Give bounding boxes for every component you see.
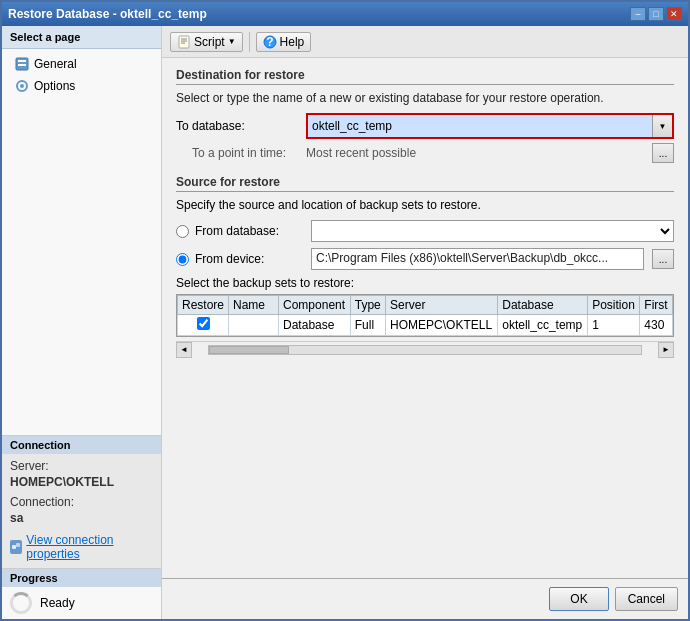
script-button[interactable]: Script ▼	[170, 32, 243, 52]
device-ellipsis-button[interactable]: ...	[652, 249, 674, 269]
server-value: HOMEPC\OKTELL	[10, 475, 153, 489]
destination-section: Destination for restore Select or type t…	[176, 68, 674, 163]
sidebar-item-general[interactable]: General	[2, 53, 161, 75]
restore-checkbox[interactable]	[197, 317, 210, 330]
progress-header: Progress	[2, 569, 161, 587]
scroll-thumb[interactable]	[209, 346, 289, 354]
point-in-time-label: To a point in time:	[176, 146, 306, 160]
cancel-button[interactable]: Cancel	[615, 587, 678, 611]
from-database-row: From database:	[176, 220, 674, 242]
connection-header: Connection	[2, 436, 161, 454]
to-database-row: To database: ▼	[176, 113, 674, 139]
point-in-time-row: To a point in time: Most recent possible…	[176, 143, 674, 163]
options-icon	[14, 78, 30, 94]
col-type: Type	[350, 296, 385, 315]
sidebar-item-options[interactable]: Options	[2, 75, 161, 97]
options-label: Options	[34, 79, 75, 93]
nav-items: General Options	[2, 49, 161, 101]
source-instruction: Specify the source and location of backu…	[176, 198, 674, 212]
connection-label: Connection:	[10, 495, 153, 509]
bottom-bar: OK Cancel	[162, 578, 688, 619]
row-name	[229, 315, 279, 336]
point-in-time-ellipsis-button[interactable]: ...	[652, 143, 674, 163]
scroll-right-button[interactable]: ►	[658, 342, 674, 358]
from-device-value: C:\Program Files (x86)\oktell\Server\Bac…	[311, 248, 644, 270]
left-panel: Select a page General	[2, 26, 162, 619]
main-window: Restore Database - oktell_cc_temp – □ ✕ …	[0, 0, 690, 621]
database-input[interactable]	[308, 115, 652, 137]
svg-rect-1	[18, 60, 26, 62]
source-title: Source for restore	[176, 175, 674, 192]
maximize-button[interactable]: □	[648, 7, 664, 21]
spinner-icon	[10, 592, 32, 614]
svg-text:?: ?	[266, 35, 273, 49]
row-first: 430	[640, 315, 673, 336]
row-database: oktell_cc_temp	[498, 315, 588, 336]
window-title: Restore Database - oktell_cc_temp	[8, 7, 207, 21]
general-icon	[14, 56, 30, 72]
backup-sets-table: Restore Name Component Type Server Datab…	[177, 295, 673, 336]
ok-button[interactable]: OK	[549, 587, 608, 611]
toolbar: Script ▼ ? Help	[162, 26, 688, 58]
help-icon: ?	[263, 35, 277, 49]
script-label: Script	[194, 35, 225, 49]
from-device-label: From device:	[195, 252, 305, 266]
progress-status: Ready	[40, 596, 75, 610]
connection-info: Server: HOMEPC\OKTELL Connection: sa Vie…	[2, 454, 161, 568]
from-database-radio[interactable]	[176, 225, 189, 238]
content-area: Destination for restore Select or type t…	[162, 58, 688, 578]
window-body: Select a page General	[2, 26, 688, 619]
col-name: Name	[229, 296, 279, 315]
table-header-row: Restore Name Component Type Server Datab…	[178, 296, 673, 315]
col-first: First	[640, 296, 673, 315]
backup-sets-label: Select the backup sets to restore:	[176, 276, 674, 290]
title-bar: Restore Database - oktell_cc_temp – □ ✕	[2, 2, 688, 26]
title-bar-buttons: – □ ✕	[630, 7, 682, 21]
server-label: Server:	[10, 459, 153, 473]
connection-section: Connection Server: HOMEPC\OKTELL Connect…	[2, 435, 161, 568]
minimize-button[interactable]: –	[630, 7, 646, 21]
row-server: HOMEPC\OKTELL	[386, 315, 498, 336]
destination-title: Destination for restore	[176, 68, 674, 85]
progress-section: Progress Ready	[2, 568, 161, 619]
svg-point-4	[20, 84, 24, 88]
database-dropdown-button[interactable]: ▼	[652, 115, 672, 137]
point-in-time-value: Most recent possible	[306, 146, 652, 160]
svg-rect-5	[12, 545, 16, 549]
col-server: Server	[386, 296, 498, 315]
script-dropdown-arrow: ▼	[228, 37, 236, 46]
connection-value: sa	[10, 511, 153, 525]
database-input-box: ▼	[306, 113, 674, 139]
from-database-dropdown[interactable]	[311, 220, 674, 242]
col-component: Component	[279, 296, 351, 315]
col-position: Position	[588, 296, 640, 315]
select-page-header: Select a page	[2, 26, 161, 49]
scroll-track	[208, 345, 642, 355]
from-database-label: From database:	[195, 224, 305, 238]
svg-rect-7	[179, 36, 189, 48]
col-database: Database	[498, 296, 588, 315]
script-icon	[177, 35, 191, 49]
scroll-left-button[interactable]: ◄	[176, 342, 192, 358]
horizontal-scrollbar[interactable]: ◄ ►	[176, 341, 674, 357]
help-button[interactable]: ? Help	[256, 32, 312, 52]
progress-content: Ready	[2, 587, 161, 619]
to-database-control: ▼	[306, 113, 674, 139]
row-type: Full	[350, 315, 385, 336]
destination-instruction: Select or type the name of a new or exis…	[176, 91, 674, 105]
right-panel: Script ▼ ? Help Destination for restore	[162, 26, 688, 619]
close-button[interactable]: ✕	[666, 7, 682, 21]
row-position: 1	[588, 315, 640, 336]
dropdown-arrow-icon: ▼	[659, 122, 667, 131]
general-label: General	[34, 57, 77, 71]
from-device-radio[interactable]	[176, 253, 189, 266]
col-restore: Restore	[178, 296, 229, 315]
table-row: Database Full HOMEPC\OKTELL oktell_cc_te…	[178, 315, 673, 336]
svg-rect-2	[18, 64, 26, 66]
row-component: Database	[279, 315, 351, 336]
from-device-row: From device: C:\Program Files (x86)\okte…	[176, 248, 674, 270]
to-database-label: To database:	[176, 119, 306, 133]
help-label: Help	[280, 35, 305, 49]
source-section: Source for restore Specify the source an…	[176, 175, 674, 357]
view-connection-link[interactable]: View connection properties	[10, 531, 153, 563]
